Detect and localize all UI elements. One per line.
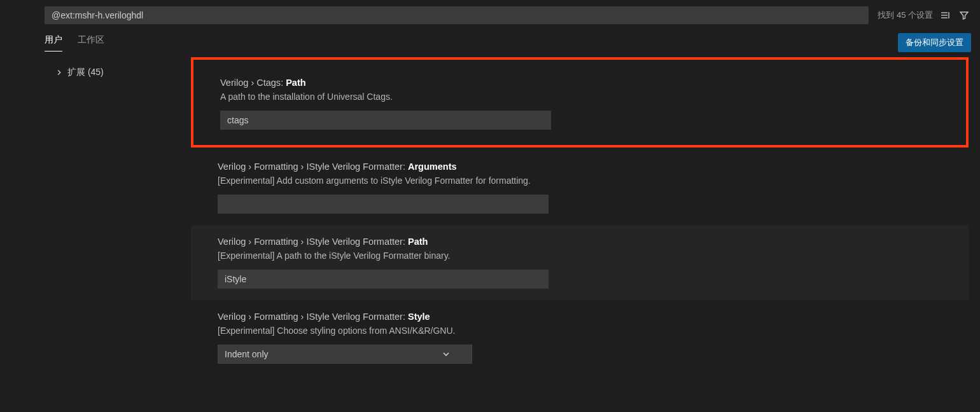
settings-scope-tabs: 用户 工作区 备份和同步设置 <box>0 27 980 52</box>
setting-description: [Experimental] Choose styling options fr… <box>218 326 955 336</box>
setting-select-istyle-style[interactable]: Indent only <box>218 345 472 364</box>
settings-sidebar: 扩展 (45) <box>0 57 191 412</box>
setting-input-istyle-arguments[interactable] <box>218 195 549 214</box>
setting-title: Verilog › Formatting › IStyle Verilog Fo… <box>218 237 955 247</box>
setting-description: [Experimental] A path to the iStyle Veri… <box>218 251 955 261</box>
tab-workspace[interactable]: 工作区 <box>78 34 104 51</box>
setting-verilog-ctags-path: Verilog › Ctags: Path A path to the inst… <box>191 57 969 148</box>
setting-title: Verilog › Formatting › IStyle Verilog Fo… <box>218 161 955 172</box>
chevron-right-icon <box>55 68 64 77</box>
setting-istyle-arguments: Verilog › Formatting › IStyle Verilog Fo… <box>191 150 969 225</box>
settings-body: 扩展 (45) Verilog › Ctags: Path A path to … <box>0 57 980 412</box>
setting-description: [Experimental] Add custom arguments to i… <box>218 175 955 186</box>
settings-search-row: 找到 45 个设置 <box>0 0 980 27</box>
filter-icon[interactable] <box>957 8 971 22</box>
setting-description: A path to the installation of Universal … <box>220 92 952 102</box>
settings-content: Verilog › Ctags: Path A path to the inst… <box>191 57 980 412</box>
settings-search-input[interactable] <box>45 6 869 24</box>
tab-user[interactable]: 用户 <box>45 34 62 52</box>
select-value: Indent only <box>225 349 269 359</box>
backup-sync-button[interactable]: 备份和同步设置 <box>898 33 971 52</box>
sidebar-item-label: 扩展 (45) <box>67 67 104 78</box>
settings-result-count: 找到 45 个设置 <box>878 10 933 21</box>
setting-istyle-path: Verilog › Formatting › IStyle Verilog Fo… <box>191 225 969 300</box>
setting-title: Verilog › Ctags: Path <box>220 78 952 88</box>
chevron-down-icon <box>441 349 451 359</box>
settings-toc-icon[interactable] <box>938 8 952 22</box>
sidebar-item-extensions[interactable]: 扩展 (45) <box>55 65 191 80</box>
setting-istyle-style: Verilog › Formatting › IStyle Verilog Fo… <box>191 300 969 375</box>
setting-input-ctags-path[interactable] <box>220 111 551 130</box>
setting-input-istyle-path[interactable] <box>218 270 549 289</box>
setting-title: Verilog › Formatting › IStyle Verilog Fo… <box>218 312 955 322</box>
